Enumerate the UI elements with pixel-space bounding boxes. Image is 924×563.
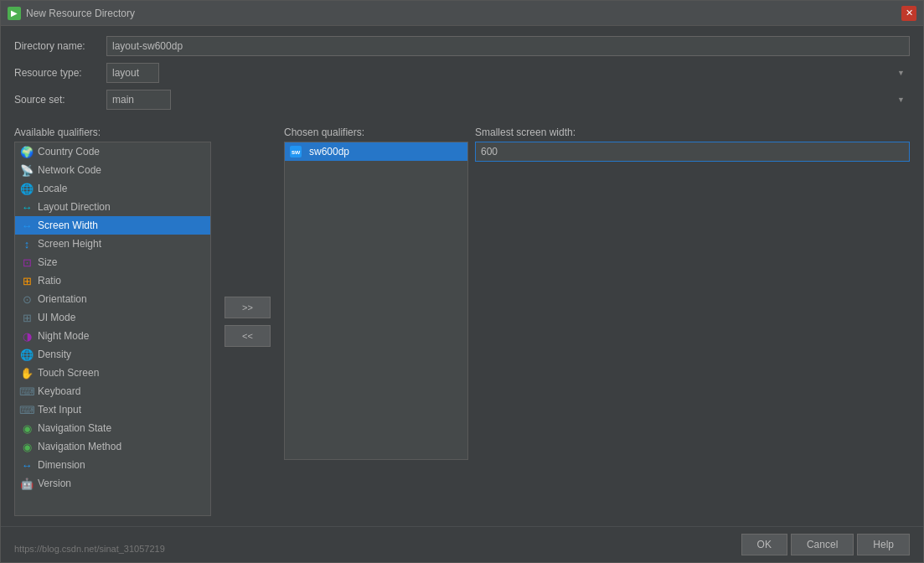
network-code-icon: 📡 [20,163,34,177]
size-icon: ⊡ [20,256,34,269]
source-set-label: Source set: [14,94,106,106]
qualifier-label-keyboard: Keyboard [38,385,80,397]
qualifier-label-version: Version [38,478,71,489]
qualifier-label-screen-height: Screen Height [38,238,101,250]
middle-buttons: >> << [218,127,277,516]
qualifier-item-screen-width[interactable]: ↔Screen Width [15,216,210,235]
resource-type-select[interactable]: layout drawable values menu anim [106,63,159,83]
bottom-bar: https://blog.csdn.net/sinat_31057219 OK … [1,526,923,562]
chosen-item[interactable]: sw sw600dp [285,142,467,161]
smallest-screen-width-title: Smallest screen width: [475,127,910,138]
ok-button[interactable]: OK [741,534,787,555]
navigation-state-icon: ◉ [20,421,34,435]
qualifier-label-layout-direction: Layout Direction [38,201,111,213]
directory-name-label: Directory name: [14,40,106,52]
qualifier-label-density: Density [38,349,71,360]
qualifier-item-country-code[interactable]: 🌍Country Code [15,142,210,161]
qualifier-item-navigation-method[interactable]: ◉Navigation Method [15,437,210,456]
chosen-item-label: sw600dp [309,146,349,158]
sw-icon: sw [290,146,302,158]
dialog: ▶ New Resource Directory ✕ Directory nam… [0,0,924,563]
qualifier-label-night-mode: Night Mode [38,330,89,342]
remove-qualifier-button[interactable]: << [225,325,271,347]
ui-mode-icon: ⊞ [20,311,34,324]
country-code-icon: 🌍 [20,145,34,158]
qualifier-item-dimension[interactable]: ↔Dimension [15,456,210,474]
qualifier-label-ratio: Ratio [38,275,61,287]
qualifier-item-touch-screen[interactable]: ✋Touch Screen [15,364,210,382]
touch-screen-icon: ✋ [20,366,34,380]
qualifier-item-night-mode[interactable]: ◑Night Mode [15,327,210,345]
keyboard-icon: ⌨ [20,385,34,398]
close-button[interactable]: ✕ [901,6,916,21]
ratio-icon: ⊞ [20,274,34,287]
qualifier-item-keyboard[interactable]: ⌨Keyboard [15,382,210,400]
qualifier-item-screen-height[interactable]: ↕Screen Height [15,235,210,253]
qualifier-label-locale: Locale [38,183,67,194]
qualifier-label-country-code: Country Code [38,146,100,158]
directory-name-input[interactable] [106,36,910,56]
orientation-icon: ⊙ [20,292,34,306]
form-area: Directory name: Resource type: layout dr… [1,26,923,127]
chosen-qualifiers-panel: Chosen qualifiers: sw sw600dp [284,127,468,516]
qualifier-label-screen-width: Screen Width [38,220,98,231]
qualifier-label-orientation: Orientation [38,293,87,305]
qualifier-label-navigation-state: Navigation State [38,422,111,434]
qualifier-item-text-input[interactable]: ⌨Text Input [15,400,210,419]
title-bar: ▶ New Resource Directory ✕ [1,1,923,26]
night-mode-icon: ◑ [20,329,34,343]
screen-height-icon: ↕ [20,237,34,251]
app-icon: ▶ [8,7,21,20]
chosen-qualifiers-title: Chosen qualifiers: [284,127,468,138]
resource-type-wrapper: layout drawable values menu anim [106,63,910,83]
cancel-button[interactable]: Cancel [791,534,854,555]
source-set-wrapper: main test androidTest [106,90,910,110]
chosen-list[interactable]: sw sw600dp [284,142,468,460]
dimension-icon: ↔ [20,458,34,472]
qualifier-item-orientation[interactable]: ⊙Orientation [15,290,210,308]
qualifier-item-version[interactable]: 🤖Version [15,474,210,493]
density-icon: 🌐 [20,348,34,361]
directory-name-row: Directory name: [14,36,910,56]
available-qualifiers-title: Available qualifiers: [14,127,211,138]
text-input-icon: ⌨ [20,403,34,416]
qualifier-item-ratio[interactable]: ⊞Ratio [15,271,210,290]
source-set-row: Source set: main test androidTest [14,90,910,110]
add-qualifier-button[interactable]: >> [225,297,271,318]
help-button[interactable]: Help [857,534,910,555]
qualifier-item-ui-mode[interactable]: ⊞UI Mode [15,308,210,327]
main-content: Available qualifiers: 🌍Country Code📡Netw… [1,127,923,526]
qualifier-label-dimension: Dimension [38,459,85,471]
qualifier-item-layout-direction[interactable]: ↔Layout Direction [15,198,210,216]
dialog-title: New Resource Directory [26,8,901,19]
navigation-method-icon: ◉ [20,440,34,453]
qualifier-label-ui-mode: UI Mode [38,312,75,323]
qualifier-item-locale[interactable]: 🌐Locale [15,179,210,198]
qualifier-item-network-code[interactable]: 📡Network Code [15,161,210,179]
right-panel: Smallest screen width: [475,127,910,516]
layout-direction-icon: ↔ [20,200,34,214]
qualifier-label-navigation-method: Navigation Method [38,441,121,452]
screen-width-icon: ↔ [20,219,34,232]
qualifier-item-density[interactable]: 🌐Density [15,345,210,364]
available-qualifiers-panel: Available qualifiers: 🌍Country Code📡Netw… [14,127,211,516]
source-set-select[interactable]: main test androidTest [106,90,171,110]
url-text: https://blog.csdn.net/sinat_31057219 [14,544,165,554]
qualifier-label-size: Size [38,256,57,268]
resource-type-row: Resource type: layout drawable values me… [14,63,910,83]
locale-icon: 🌐 [20,182,34,195]
smallest-screen-width-input[interactable] [475,142,910,162]
version-icon: 🤖 [20,477,34,490]
qualifier-list[interactable]: 🌍Country Code📡Network Code🌐Locale↔Layout… [14,142,211,516]
resource-type-label: Resource type: [14,67,106,79]
qualifier-item-navigation-state[interactable]: ◉Navigation State [15,419,210,437]
qualifier-label-network-code: Network Code [38,164,101,176]
qualifier-label-touch-screen: Touch Screen [38,367,99,379]
qualifier-label-text-input: Text Input [38,404,81,416]
qualifier-item-size[interactable]: ⊡Size [15,253,210,271]
